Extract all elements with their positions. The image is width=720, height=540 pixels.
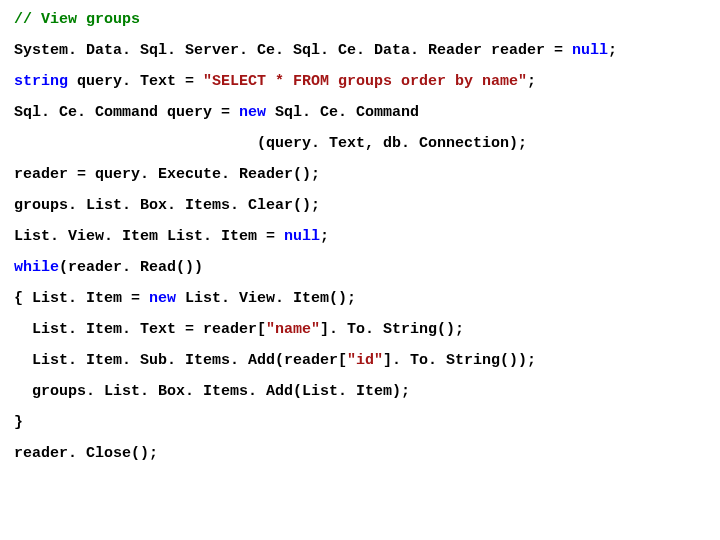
comment-text: // View groups bbox=[14, 11, 140, 28]
string-literal: "SELECT * FROM groups order by name" bbox=[203, 73, 527, 90]
code-line-9: { List. Item = new List. View. Item(); bbox=[14, 291, 706, 306]
keyword-null: null bbox=[284, 228, 320, 245]
code-line-1: System. Data. Sql. Server. Ce. Sql. Ce. … bbox=[14, 43, 706, 58]
code-text: ]. To. String(); bbox=[320, 321, 464, 338]
code-text: groups. List. Box. Items. Clear(); bbox=[14, 197, 320, 214]
code-text: { List. Item = bbox=[14, 290, 149, 307]
code-text: reader = query. Execute. Reader(); bbox=[14, 166, 320, 183]
code-text: List. View. Item(); bbox=[176, 290, 356, 307]
code-line-10: List. Item. Text = reader["name"]. To. S… bbox=[14, 322, 706, 337]
code-line-7: List. View. Item List. Item = null; bbox=[14, 229, 706, 244]
code-text: ; bbox=[527, 73, 536, 90]
keyword-new: new bbox=[239, 104, 266, 121]
code-text: List. View. Item List. Item = bbox=[14, 228, 284, 245]
code-line-3: Sql. Ce. Command query = new Sql. Ce. Co… bbox=[14, 105, 706, 120]
code-text: ]. To. String()); bbox=[383, 352, 536, 369]
code-line-4: (query. Text, db. Connection); bbox=[14, 136, 706, 151]
string-literal: "name" bbox=[266, 321, 320, 338]
code-text: ; bbox=[320, 228, 329, 245]
code-text: (reader. Read()) bbox=[59, 259, 203, 276]
code-line-13: } bbox=[14, 415, 706, 430]
code-text: System. Data. Sql. Server. Ce. Sql. Ce. … bbox=[14, 42, 572, 59]
code-line-8: while(reader. Read()) bbox=[14, 260, 706, 275]
code-text: reader. Close(); bbox=[14, 445, 158, 462]
code-text: List. Item. Text = reader[ bbox=[14, 321, 266, 338]
code-text: } bbox=[14, 414, 23, 431]
code-text: Sql. Ce. Command query = bbox=[14, 104, 239, 121]
code-line-2: string query. Text = "SELECT * FROM grou… bbox=[14, 74, 706, 89]
keyword-new: new bbox=[149, 290, 176, 307]
code-text: groups. List. Box. Items. Add(List. Item… bbox=[14, 383, 410, 400]
code-text: (query. Text, db. Connection); bbox=[14, 135, 527, 152]
code-line-14: reader. Close(); bbox=[14, 446, 706, 461]
code-line-11: List. Item. Sub. Items. Add(reader["id"]… bbox=[14, 353, 706, 368]
code-text: Sql. Ce. Command bbox=[266, 104, 419, 121]
code-text: List. Item. Sub. Items. Add(reader[ bbox=[14, 352, 347, 369]
code-text: query. Text = bbox=[68, 73, 203, 90]
string-literal: "id" bbox=[347, 352, 383, 369]
keyword-null: null bbox=[572, 42, 608, 59]
code-line-12: groups. List. Box. Items. Add(List. Item… bbox=[14, 384, 706, 399]
code-line-comment: // View groups bbox=[14, 12, 706, 27]
code-line-6: groups. List. Box. Items. Clear(); bbox=[14, 198, 706, 213]
code-line-5: reader = query. Execute. Reader(); bbox=[14, 167, 706, 182]
keyword-string: string bbox=[14, 73, 68, 90]
keyword-while: while bbox=[14, 259, 59, 276]
code-text: ; bbox=[608, 42, 617, 59]
